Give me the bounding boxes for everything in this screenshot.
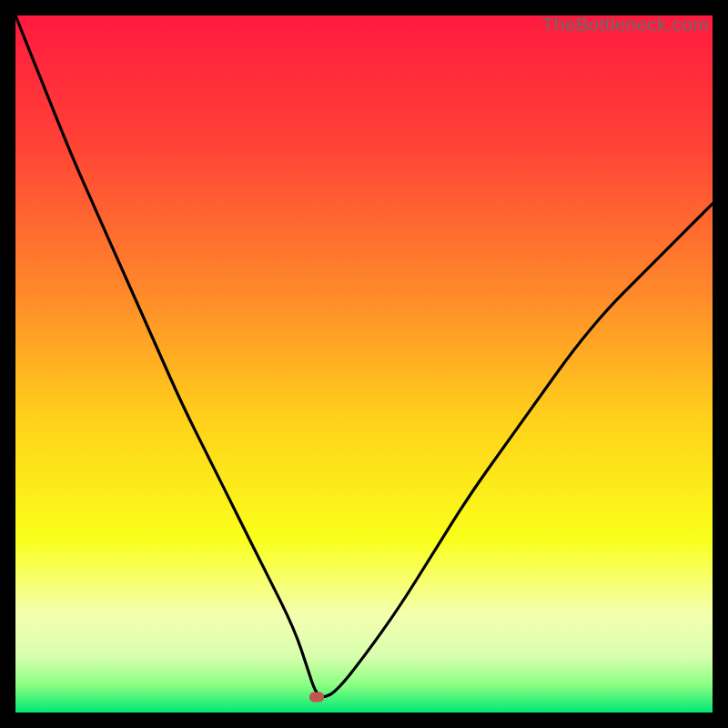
gradient-rect — [15, 15, 713, 713]
bottleneck-marker — [309, 693, 324, 703]
watermark-text: TheBottleneck.com — [542, 14, 709, 35]
chart-svg — [15, 15, 713, 713]
chart-frame: TheBottleneck.com — [15, 15, 713, 713]
